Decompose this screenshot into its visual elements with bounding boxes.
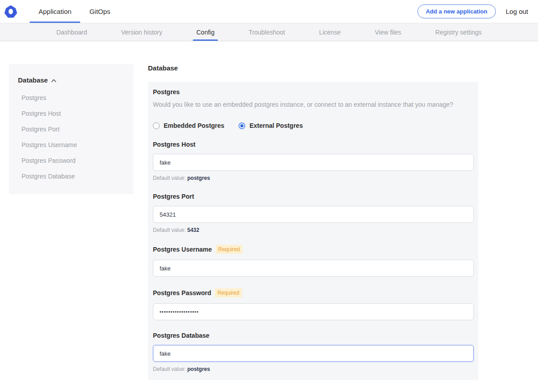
postgres-password-input[interactable] <box>153 303 474 320</box>
section-title: Database <box>148 64 478 72</box>
field-postgres-database: Postgres Database Default value: postgre… <box>153 332 473 372</box>
sidebar-item-postgres-port[interactable]: Postgres Port <box>18 122 125 137</box>
subnav-config[interactable]: Config <box>193 23 218 41</box>
subnav-version-history[interactable]: Version history <box>117 23 166 41</box>
postgres-port-default-hint: Default value: 5432 <box>153 227 473 233</box>
add-application-button[interactable]: Add a new application <box>417 4 496 18</box>
app-subnav: Dashboard Version history Config Trouble… <box>0 23 538 41</box>
config-content: Database Postgres Postgres Host Postgres… <box>0 41 538 392</box>
sidebar-item-postgres-database[interactable]: Postgres Database <box>18 169 125 184</box>
top-nav-actions: Add a new application Log out <box>417 0 538 23</box>
chevron-up-icon <box>51 79 56 83</box>
radio-unselected-icon <box>153 122 160 129</box>
sidebar-item-postgres-password[interactable]: Postgres Password <box>18 153 125 169</box>
subnav-view-files-label: View files <box>375 29 401 36</box>
tab-application[interactable]: Application <box>30 0 80 23</box>
app-logo-icon[interactable] <box>4 5 17 18</box>
radio-embedded-label: Embedded Postgres <box>164 122 224 129</box>
default-value: postgres <box>187 366 210 372</box>
radio-selected-icon <box>239 122 245 129</box>
radio-external-postgres[interactable]: External Postgres <box>239 122 303 129</box>
subnav-registry-settings[interactable]: Registry settings <box>432 23 485 41</box>
default-value: postgres <box>187 175 210 181</box>
postgres-host-input[interactable] <box>153 154 474 171</box>
admin-console-page: Application GitOps Add a new application… <box>0 0 538 392</box>
postgres-database-default-hint: Default value: postgres <box>153 366 473 372</box>
subnav-dashboard[interactable]: Dashboard <box>53 23 91 41</box>
field-postgres-username: Postgres Username Required <box>153 245 473 277</box>
postgres-port-input[interactable] <box>153 206 474 223</box>
radio-external-label: External Postgres <box>249 122 303 129</box>
postgres-host-label: Postgres Host <box>153 141 195 148</box>
sidebar-item-postgres-host[interactable]: Postgres Host <box>18 106 125 122</box>
subnav-license[interactable]: License <box>316 23 344 41</box>
field-postgres-port: Postgres Port Default value: 5432 <box>153 193 473 233</box>
tab-gitops-label: GitOps <box>89 8 110 15</box>
postgres-database-input[interactable] <box>153 345 474 362</box>
subnav-view-files[interactable]: View files <box>371 23 405 41</box>
default-value: 5432 <box>187 227 200 233</box>
postgres-database-label: Postgres Database <box>153 332 209 339</box>
top-tab-bar: Application GitOps <box>30 0 119 23</box>
tab-application-label: Application <box>39 8 71 15</box>
postgres-item-description: Would you like to use an embedded postgr… <box>153 100 473 109</box>
subnav-version-history-label: Version history <box>121 29 162 36</box>
default-prefix: Default value: <box>153 175 186 181</box>
subnav-troubleshoot-label: Troubleshoot <box>248 29 285 36</box>
postgres-username-label: Postgres Username <box>153 246 212 253</box>
config-form: Database Postgres Would you like to use … <box>148 64 478 392</box>
field-postgres-password: Postgres Password Required <box>153 288 473 320</box>
required-badge: Required <box>215 288 242 297</box>
sidebar-item-postgres-username[interactable]: Postgres Username <box>18 137 125 153</box>
sidebar-group-label: Database <box>18 76 48 84</box>
postgres-mode-radio-group: Embedded Postgres External Postgres <box>153 122 473 129</box>
default-prefix: Default value: <box>153 227 186 233</box>
subnav-config-label: Config <box>196 29 214 36</box>
postgres-password-label: Postgres Password <box>153 289 211 296</box>
radio-embedded-postgres[interactable]: Embedded Postgres <box>153 122 224 129</box>
postgres-item-title: Postgres <box>153 88 473 96</box>
subnav-troubleshoot[interactable]: Troubleshoot <box>245 23 288 41</box>
postgres-port-label: Postgres Port <box>153 193 194 200</box>
subnav-license-label: License <box>319 29 341 36</box>
config-sidebar: Database Postgres Postgres Host Postgres… <box>9 64 134 194</box>
postgres-host-default-hint: Default value: postgres <box>153 175 473 181</box>
top-nav: Application GitOps Add a new application… <box>0 0 538 23</box>
field-postgres-host: Postgres Host Default value: postgres <box>153 141 473 181</box>
tab-gitops[interactable]: GitOps <box>80 0 119 23</box>
sidebar-item-postgres[interactable]: Postgres <box>18 90 125 106</box>
required-badge: Required <box>216 245 243 254</box>
postgres-username-input[interactable] <box>153 260 474 277</box>
logout-link[interactable]: Log out <box>506 8 528 15</box>
subnav-registry-settings-label: Registry settings <box>435 29 482 36</box>
sidebar-item-list: Postgres Postgres Host Postgres Port Pos… <box>18 90 125 184</box>
database-group-panel: Postgres Would you like to use an embedd… <box>148 82 478 380</box>
subnav-dashboard-label: Dashboard <box>56 29 87 36</box>
default-prefix: Default value: <box>153 366 186 372</box>
sidebar-group-database[interactable]: Database <box>18 76 125 84</box>
